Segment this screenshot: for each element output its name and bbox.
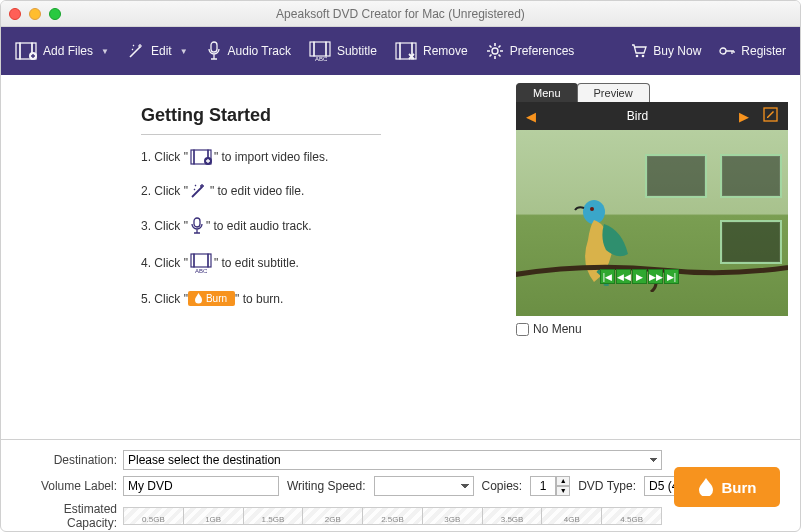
svg-rect-9: [396, 43, 400, 59]
subtitle-label: Subtitle: [337, 44, 377, 58]
volume-label-input[interactable]: [123, 476, 279, 496]
close-window-button[interactable]: [9, 8, 21, 20]
svg-rect-4: [211, 42, 217, 52]
microphone-icon: [190, 217, 204, 235]
volume-label-label: Volume Label:: [15, 479, 123, 493]
magic-wand-icon: [190, 183, 208, 199]
svg-rect-6: [326, 42, 330, 56]
svg-rect-20: [194, 218, 200, 227]
menu-template-header: ◀ Bird ▶: [516, 102, 788, 130]
main-toolbar: Add Files ▼ Edit ▼ Audio Track ABC Subti…: [1, 27, 800, 75]
no-menu-option[interactable]: No Menu: [516, 322, 788, 336]
capacity-tick: 4.5GB: [602, 508, 661, 524]
copies-input[interactable]: [530, 476, 556, 496]
microphone-icon: [206, 41, 222, 61]
capacity-tick: 3.5GB: [483, 508, 543, 524]
divider: [141, 134, 381, 135]
main-area: Getting Started 1. Click " " to import v…: [1, 75, 800, 439]
maximize-window-button[interactable]: [49, 8, 61, 20]
capacity-label: Estimated Capacity:: [15, 502, 123, 530]
rewind-button[interactable]: ◀◀: [616, 269, 631, 284]
step-3: 3. Click " " to edit audio track.: [141, 217, 512, 235]
svg-point-13: [636, 55, 639, 58]
svg-rect-5: [310, 42, 314, 56]
gear-icon: [486, 42, 504, 60]
buy-now-label: Buy Now: [653, 44, 701, 58]
prev-template-button[interactable]: ◀: [526, 109, 536, 124]
svg-rect-23: [194, 254, 208, 267]
chevron-down-icon: ▼: [101, 47, 109, 56]
window-controls: [9, 8, 61, 20]
capacity-tick: 4GB: [542, 508, 602, 524]
edit-button[interactable]: Edit ▼: [127, 42, 188, 60]
preview-panel: Menu Preview ◀ Bird ▶: [512, 75, 800, 439]
audio-track-button[interactable]: Audio Track: [206, 41, 291, 61]
next-template-button[interactable]: ▶: [739, 109, 749, 124]
getting-started-panel: Getting Started 1. Click " " to import v…: [1, 75, 512, 439]
svg-point-14: [642, 55, 645, 58]
tab-menu[interactable]: Menu: [516, 83, 578, 102]
writing-speed-select[interactable]: [374, 476, 474, 496]
register-label: Register: [741, 44, 786, 58]
cart-icon: [631, 44, 647, 58]
svg-text:ABC: ABC: [315, 56, 328, 61]
menu-thumbnail[interactable]: [720, 154, 782, 198]
subtitle-icon: ABC: [190, 253, 212, 273]
capacity-bar: 0.5GB 1GB 1.5GB 2GB 2.5GB 3GB 3.5GB 4GB …: [123, 507, 662, 525]
no-menu-checkbox[interactable]: [516, 323, 529, 336]
key-icon: [719, 44, 735, 58]
skip-forward-button[interactable]: ▶|: [664, 269, 679, 284]
step-2: 2. Click " " to edit video file.: [141, 183, 512, 199]
burn-button[interactable]: Burn: [674, 467, 780, 507]
register-button[interactable]: Register: [719, 44, 786, 58]
no-menu-label: No Menu: [533, 322, 582, 336]
svg-text:ABC: ABC: [195, 268, 208, 273]
skip-back-button[interactable]: |◀: [600, 269, 615, 284]
edit-label: Edit: [151, 44, 172, 58]
svg-point-15: [720, 48, 726, 54]
getting-started-heading: Getting Started: [141, 105, 381, 126]
audio-track-label: Audio Track: [228, 44, 291, 58]
subtitle-button[interactable]: ABC Subtitle: [309, 41, 377, 61]
step-4: 4. Click " ABC " to edit subtitle.: [141, 253, 512, 273]
play-button[interactable]: ▶: [632, 269, 647, 284]
edit-menu-button[interactable]: [763, 107, 778, 125]
svg-point-12: [492, 48, 498, 54]
buy-now-button[interactable]: Buy Now: [631, 44, 701, 58]
capacity-tick: 3GB: [423, 508, 483, 524]
flame-icon: [698, 478, 714, 496]
add-files-label: Add Files: [43, 44, 93, 58]
dvd-type-label: DVD Type:: [578, 479, 636, 493]
add-files-button[interactable]: Add Files ▼: [15, 42, 109, 60]
chevron-down-icon: ▼: [180, 47, 188, 56]
capacity-tick: 2.5GB: [363, 508, 423, 524]
add-files-icon: [190, 149, 212, 165]
capacity-tick: 2GB: [303, 508, 363, 524]
preview-tabs: Menu Preview: [516, 83, 788, 102]
menu-thumbnail[interactable]: [645, 154, 707, 198]
minimize-window-button[interactable]: [29, 8, 41, 20]
menu-thumbnail[interactable]: [720, 220, 782, 264]
forward-button[interactable]: ▶▶: [648, 269, 663, 284]
subtitle-icon: ABC: [309, 41, 331, 61]
copies-spinner: ▲ ▼: [530, 476, 570, 496]
tab-preview[interactable]: Preview: [577, 83, 650, 102]
remove-icon: [395, 42, 417, 60]
titlebar: Apeaksoft DVD Creator for Mac (Unregiste…: [1, 1, 800, 27]
add-files-icon: [15, 42, 37, 60]
magic-wand-icon: [127, 42, 145, 60]
window-title: Apeaksoft DVD Creator for Mac (Unregiste…: [276, 7, 525, 21]
destination-select[interactable]: Please select the destination: [123, 450, 662, 470]
menu-template-title: Bird: [536, 109, 739, 123]
copies-up-button[interactable]: ▲: [556, 476, 570, 486]
burn-button-label: Burn: [722, 479, 757, 496]
preferences-button[interactable]: Preferences: [486, 42, 575, 60]
copies-down-button[interactable]: ▼: [556, 486, 570, 496]
remove-label: Remove: [423, 44, 468, 58]
remove-button[interactable]: Remove: [395, 42, 468, 60]
svg-rect-7: [314, 42, 326, 56]
step-5: 5. Click " Burn " to burn.: [141, 291, 512, 306]
playback-controls: |◀ ◀◀ ▶ ▶▶ ▶|: [600, 269, 679, 284]
burn-badge: Burn: [188, 291, 235, 306]
menu-preview-frame: |◀ ◀◀ ▶ ▶▶ ▶|: [516, 130, 788, 316]
